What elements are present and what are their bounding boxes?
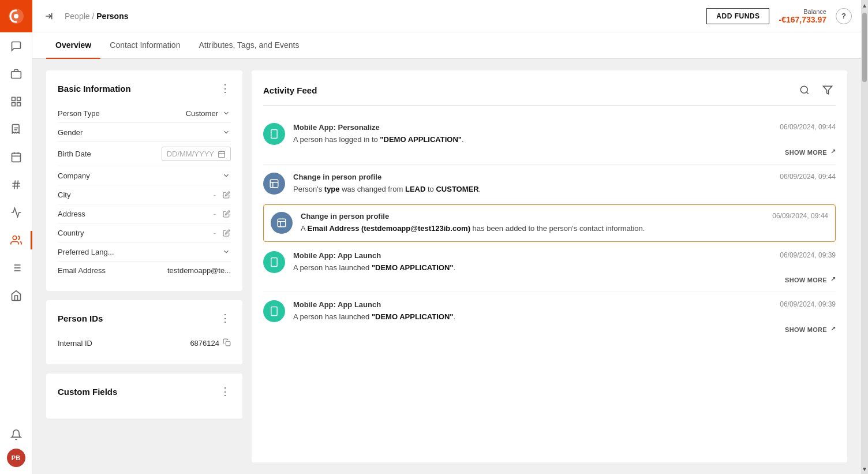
svg-point-31 — [800, 86, 807, 93]
sidebar-item-analytics[interactable] — [0, 199, 32, 226]
activity-content-3: Change in person profile 06/09/2024, 09:… — [301, 212, 828, 234]
feed-search-button[interactable] — [796, 82, 813, 98]
svg-point-1 — [14, 14, 18, 18]
person-ids-menu-button[interactable]: ⋮ — [220, 312, 231, 324]
scrollbar-thumb[interactable] — [862, 13, 867, 82]
svg-rect-5 — [17, 103, 20, 106]
body-scroll: Basic Information ⋮ Person Type Customer — [32, 59, 861, 474]
basic-info-header: Basic Information ⋮ — [58, 82, 231, 95]
activity-header-3: Change in person profile 06/09/2024, 09:… — [301, 212, 828, 221]
gender-chevron — [222, 128, 231, 137]
svg-rect-26 — [219, 151, 225, 158]
activity-time-5: 06/09/2024, 09:39 — [780, 300, 836, 308]
person-type-row: Person Type Customer — [58, 104, 231, 123]
feed-filter-button[interactable] — [820, 82, 836, 98]
sidebar-item-list[interactable] — [0, 254, 32, 282]
svg-line-16 — [17, 181, 18, 189]
sidebar-item-hashtag[interactable] — [0, 171, 32, 199]
internal-id-label: Internal ID — [58, 339, 92, 348]
birth-date-value[interactable]: DD/MM/YYYY — [139, 147, 231, 161]
activity-header-4: Mobile App: App Launch 06/09/2024, 09:39 — [293, 251, 836, 260]
birth-date-input[interactable]: DD/MM/YYYY — [162, 147, 231, 161]
email-label: Email Address — [58, 266, 139, 275]
sidebar-item-people[interactable] — [0, 226, 32, 254]
preferred-lang-label: Preferred Lang... — [58, 248, 139, 256]
tab-attributes[interactable]: Attributes, Tags, and Events — [189, 32, 308, 59]
custom-fields-card: Custom Fields ⋮ — [46, 374, 242, 419]
preferred-lang-value[interactable] — [139, 247, 231, 256]
activity-item-2: Change in person profile 06/09/2024, 09:… — [263, 165, 836, 204]
app-logo[interactable] — [0, 0, 32, 32]
activity-dot-4 — [263, 251, 285, 273]
sidebar-item-notifications[interactable] — [0, 421, 32, 449]
svg-line-44 — [832, 327, 835, 330]
country-row: Country - — [58, 223, 231, 242]
address-edit-icon[interactable] — [222, 209, 231, 218]
activity-dot-2 — [263, 173, 285, 195]
activity-title-3: Change in person profile — [301, 212, 389, 221]
show-more-4: SHOW MORE — [293, 277, 836, 283]
activity-content-4: Mobile App: App Launch 06/09/2024, 09:39… — [293, 251, 836, 284]
sidebar-item-chart[interactable] — [0, 88, 32, 115]
tab-overview[interactable]: Overview — [46, 32, 100, 59]
email-value: testdemoapp@te... — [139, 266, 231, 275]
preferred-lang-row: Preferred Lang... — [58, 242, 231, 262]
company-chevron — [222, 171, 231, 180]
activity-item-5: Mobile App: App Launch 06/09/2024, 09:39… — [263, 292, 836, 341]
gender-row: Gender — [58, 123, 231, 142]
city-value[interactable]: - — [139, 190, 231, 199]
show-more-button-1[interactable]: SHOW MORE — [785, 149, 836, 156]
activity-body-4: A person has launched "DEMO APPLICATION"… — [293, 262, 836, 274]
person-type-label: Person Type — [58, 109, 139, 118]
expand-sidebar-button[interactable] — [42, 8, 58, 24]
activity-content-5: Mobile App: App Launch 06/09/2024, 09:39… — [293, 300, 836, 333]
company-row: Company — [58, 166, 231, 185]
sidebar-item-chat[interactable] — [0, 32, 32, 60]
email-text: testdemoapp@te... — [167, 266, 231, 275]
feed-header: Activity Feed — [263, 82, 836, 106]
address-row: Address - — [58, 204, 231, 223]
internal-id-copy-icon[interactable] — [223, 338, 231, 348]
custom-fields-menu-button[interactable]: ⋮ — [220, 385, 231, 398]
help-button[interactable]: ? — [836, 8, 852, 24]
activity-header-2: Change in person profile 06/09/2024, 09:… — [293, 173, 836, 181]
svg-line-32 — [806, 92, 808, 94]
show-more-button-4[interactable]: SHOW MORE — [785, 277, 836, 283]
show-more-1: SHOW MORE — [293, 149, 836, 156]
person-ids-title: Person IDs — [58, 313, 103, 323]
country-edit-icon[interactable] — [222, 228, 231, 237]
custom-fields-title: Custom Fields — [58, 387, 117, 397]
basic-info-menu-button[interactable]: ⋮ — [220, 82, 231, 95]
tab-contact[interactable]: Contact Information — [100, 32, 189, 59]
gender-value[interactable] — [139, 128, 231, 137]
email-row: Email Address testdemoapp@te... — [58, 262, 231, 279]
address-value[interactable]: - — [139, 209, 231, 218]
city-label: City — [58, 191, 139, 199]
custom-fields-header: Custom Fields ⋮ — [58, 385, 231, 398]
sidebar-item-briefcase[interactable] — [0, 60, 32, 88]
sidebar-item-calendar[interactable] — [0, 143, 32, 171]
activity-time-1: 06/09/2024, 09:44 — [780, 123, 836, 131]
person-type-value[interactable]: Customer — [139, 109, 231, 118]
main-content: People / Persons ADD FUNDS Balance -€167… — [32, 0, 861, 474]
sidebar-item-receipt[interactable] — [0, 115, 32, 143]
balance-label: Balance — [779, 8, 826, 15]
activity-item-3: Change in person profile 06/09/2024, 09:… — [263, 204, 836, 242]
tabs-bar: Overview Contact Information Attributes,… — [32, 32, 861, 59]
feed-title: Activity Feed — [263, 85, 317, 95]
top-header: People / Persons ADD FUNDS Balance -€167… — [32, 0, 861, 32]
svg-line-36 — [832, 150, 835, 153]
country-value[interactable]: - — [139, 228, 231, 237]
person-type-chevron — [222, 109, 231, 118]
activity-header-5: Mobile App: App Launch 06/09/2024, 09:39 — [293, 300, 836, 309]
internal-id-row: Internal ID 6876124 — [58, 334, 231, 353]
user-avatar[interactable]: PB — [7, 449, 25, 467]
add-funds-button[interactable]: ADD FUNDS — [706, 8, 769, 24]
show-more-button-5[interactable]: SHOW MORE — [785, 326, 836, 333]
scrollbar-down-button[interactable]: ▼ — [861, 464, 868, 474]
sidebar-item-store[interactable] — [0, 282, 32, 309]
activity-title-1: Mobile App: Personalize — [293, 123, 380, 132]
scrollbar-up-button[interactable]: ▲ — [861, 0, 868, 10]
city-edit-icon[interactable] — [222, 190, 231, 199]
company-value[interactable] — [139, 171, 231, 180]
